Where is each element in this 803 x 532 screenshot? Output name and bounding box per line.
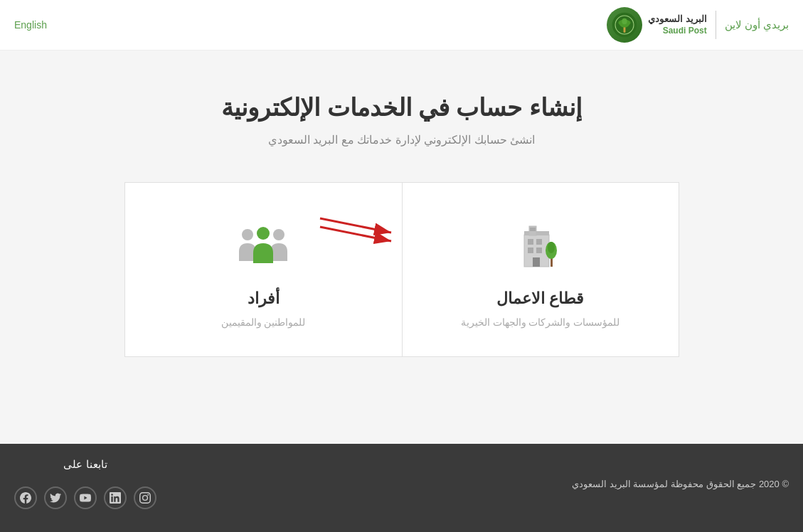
svg-rect-16	[536, 239, 542, 245]
facebook-icon[interactable]	[14, 486, 37, 509]
svg-rect-15	[528, 239, 533, 245]
svg-line-10	[320, 227, 391, 241]
svg-point-25	[548, 242, 555, 253]
site-header: English بريدي أون لاين البريد السعودي Sa…	[0, 0, 803, 50]
main-content: إنشاء حساب في الخدمات الإلكترونية انشئ ح…	[0, 50, 803, 444]
header-right: بريدي أون لاين البريد السعودي Saudi Post	[607, 7, 789, 43]
youtube-icon[interactable]	[74, 486, 97, 509]
page-title: إنشاء حساب في الخدمات الإلكترونية	[221, 93, 582, 122]
footer-top: © 2020 جميع الحقوق محفوظة لمؤسسة البريد …	[14, 458, 789, 518]
header-left: English	[14, 19, 47, 31]
red-arrows-annotation	[317, 211, 409, 254]
business-title: قطاع الاعمال	[496, 289, 584, 308]
footer-copyright: © 2020 جميع الحقوق محفوظة لمؤسسة البريد …	[572, 479, 789, 489]
social-icons	[14, 486, 156, 509]
instagram-icon[interactable]	[134, 486, 156, 509]
svg-rect-18	[536, 248, 542, 253]
footer-follow-label: تابعنا على	[63, 458, 107, 471]
svg-point-12	[273, 229, 284, 240]
header-divider	[716, 11, 716, 39]
svg-rect-19	[533, 257, 540, 267]
individuals-card[interactable]: أفراد للمواطنين والمقيمين	[124, 182, 402, 357]
logo-text-english: Saudi Post	[648, 26, 707, 37]
linkedin-icon[interactable]	[104, 486, 127, 509]
language-switch-link[interactable]: English	[14, 19, 47, 31]
logo-text: البريد السعودي Saudi Post	[648, 14, 707, 36]
business-description: للمؤسسات والشركات والجهات الخيرية	[461, 316, 620, 328]
svg-rect-22	[530, 228, 536, 231]
business-icon	[512, 218, 569, 275]
logo-text-arabic: البريد السعودي	[648, 14, 707, 26]
postal-online-link[interactable]: بريدي أون لاين	[725, 18, 789, 31]
svg-point-6	[622, 18, 627, 25]
svg-point-13	[257, 227, 270, 240]
individuals-icon	[235, 218, 292, 275]
page-subtitle: انشئ حسابك الإلكتروني لإدارة خدماتك مع ا…	[268, 133, 535, 147]
footer-social-section: تابعنا على	[14, 458, 156, 509]
individuals-title: أفراد	[248, 289, 280, 308]
svg-rect-17	[528, 248, 533, 253]
individuals-description: للمواطنين والمقيمين	[221, 316, 306, 328]
twitter-icon[interactable]	[44, 486, 67, 509]
logo-icon	[607, 7, 642, 43]
logo-area: البريد السعودي Saudi Post	[607, 7, 707, 43]
site-footer: © 2020 جميع الحقوق محفوظة لمؤسسة البريد …	[0, 444, 803, 532]
svg-point-11	[242, 229, 253, 240]
business-card[interactable]: قطاع الاعمال للمؤسسات والشركات والجهات ا…	[402, 182, 679, 357]
svg-line-9	[320, 218, 391, 233]
cards-container: أفراد للمواطنين والمقيمين	[124, 182, 679, 357]
